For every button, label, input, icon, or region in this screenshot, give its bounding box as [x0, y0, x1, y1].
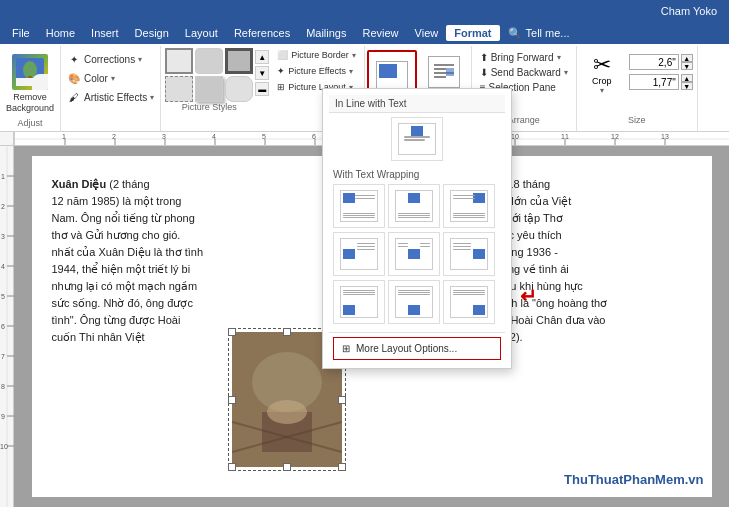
handle-bm[interactable]	[283, 463, 291, 471]
wrapping-row-2	[329, 232, 505, 280]
svg-rect-5	[434, 68, 446, 70]
height-down[interactable]: ▼	[681, 62, 693, 70]
position-dropdown-panel: In Line with Text With Text Wrapping	[322, 88, 512, 369]
artistic-effects-icon: 🖌	[67, 90, 81, 104]
svg-text:10: 10	[0, 443, 8, 450]
crop-label: Crop	[592, 76, 612, 86]
wrapping-row-1	[329, 184, 505, 232]
menu-mailings[interactable]: Mailings	[298, 25, 354, 41]
inline-section	[329, 113, 505, 165]
menu-design[interactable]: Design	[127, 25, 177, 41]
height-input[interactable]	[629, 54, 679, 70]
handle-mr[interactable]	[338, 396, 346, 404]
style-scroll-down[interactable]: ▼	[255, 66, 269, 80]
color-button[interactable]: 🎨 Color ▾	[63, 69, 158, 87]
remove-bg-label: RemoveBackground	[6, 92, 54, 114]
watermark: ThuThuatPhanMem.vn	[564, 470, 703, 490]
svg-text:7: 7	[1, 353, 5, 360]
menu-format[interactable]: Format	[446, 25, 499, 41]
remove-bg-icon	[12, 54, 48, 90]
picture-border-button[interactable]: ⬜ Picture Border ▾	[273, 48, 360, 62]
svg-text:3: 3	[1, 233, 5, 240]
svg-text:2: 2	[1, 203, 5, 210]
corrections-button[interactable]: ✦ Corrections ▾	[63, 50, 158, 68]
wrap-tc[interactable]	[388, 184, 440, 228]
size-inputs: ▲ ▼ ▲ ▼	[627, 50, 695, 94]
bring-forward-button[interactable]: ⬆ Bring Forward ▾	[476, 50, 572, 65]
menu-view[interactable]: View	[407, 25, 447, 41]
width-input-row: ▲ ▼	[629, 74, 693, 90]
svg-text:6: 6	[1, 323, 5, 330]
crop-button[interactable]: ✂ Crop ▾	[579, 50, 625, 99]
artistic-effects-button[interactable]: 🖌 Artistic Effects ▾	[63, 88, 158, 106]
wrap-bl[interactable]	[333, 280, 385, 324]
handle-br[interactable]	[338, 463, 346, 471]
wrap-bc-icon	[395, 286, 433, 318]
wrap-tl-icon	[340, 190, 378, 222]
style-swatch-1[interactable]	[165, 48, 193, 74]
menu-review[interactable]: Review	[355, 25, 407, 41]
svg-text:4: 4	[1, 263, 5, 270]
style-swatches	[165, 48, 253, 102]
width-spinner: ▲ ▼	[681, 74, 693, 90]
style-scroll-up[interactable]: ▲	[255, 50, 269, 64]
wrap-tl[interactable]	[333, 184, 385, 228]
wrapping-row-3	[329, 280, 505, 328]
wrap-mc[interactable]	[388, 232, 440, 276]
picture-effects-button[interactable]: ✦ Picture Effects ▾	[273, 64, 360, 78]
svg-rect-3	[16, 78, 44, 86]
color-label: Color	[84, 73, 108, 84]
menu-layout[interactable]: Layout	[177, 25, 226, 41]
handle-tm[interactable]	[283, 328, 291, 336]
svg-text:9: 9	[1, 413, 5, 420]
svg-rect-4	[434, 64, 454, 66]
style-swatch-2[interactable]	[195, 48, 223, 74]
send-backward-button[interactable]: ⬇ Send Backward ▾	[476, 65, 572, 80]
wrap-tr[interactable]	[443, 184, 495, 228]
handle-ml[interactable]	[228, 396, 236, 404]
style-swatch-5[interactable]	[195, 76, 223, 102]
wrap-br[interactable]	[443, 280, 495, 324]
arrow-indicator: ↵	[520, 284, 537, 308]
wrap-ml[interactable]	[333, 232, 385, 276]
width-down[interactable]: ▼	[681, 82, 693, 90]
svg-text:1: 1	[62, 133, 66, 140]
inline-center-icon	[398, 123, 436, 155]
style-swatch-3[interactable]	[225, 48, 253, 74]
layout-icon: ⊞	[342, 343, 350, 354]
wrap-mr[interactable]	[443, 232, 495, 276]
crop-icon: ✂	[593, 54, 611, 76]
picture-effects-icon: ✦	[277, 66, 285, 76]
wrap-tc-icon	[395, 190, 433, 222]
menu-file[interactable]: File	[4, 25, 38, 41]
xuanDieu-name: Xuân Diệu	[52, 178, 107, 190]
menu-insert[interactable]: Insert	[83, 25, 127, 41]
width-input[interactable]	[629, 74, 679, 90]
handle-bl[interactable]	[228, 463, 236, 471]
left-text-column: Xuân Diệu (2 tháng 12 năm 1985) là một t…	[52, 176, 252, 346]
picture-layout-icon: ⊞	[277, 82, 285, 92]
svg-text:4: 4	[212, 133, 216, 140]
color-icon: 🎨	[67, 71, 81, 85]
inline-center-item[interactable]	[391, 117, 443, 161]
style-swatch-4[interactable]	[165, 76, 193, 102]
picture-border-icon: ⬜	[277, 50, 288, 60]
wrap-bl-icon	[340, 286, 378, 318]
width-up[interactable]: ▲	[681, 74, 693, 82]
height-up[interactable]: ▲	[681, 54, 693, 62]
send-backward-icon: ⬇	[480, 67, 488, 78]
more-layout-button[interactable]: ⊞ More Layout Options...	[333, 337, 501, 360]
tell-me-label: Tell me...	[526, 27, 570, 39]
menu-bar: File Home Insert Design Layout Reference…	[0, 22, 729, 44]
artistic-effects-label: Artistic Effects	[84, 92, 147, 103]
menu-references[interactable]: References	[226, 25, 298, 41]
menu-home[interactable]: Home	[38, 25, 83, 41]
tell-me-input[interactable]: 🔍 Tell me...	[500, 25, 578, 42]
corrections-icon: ✦	[67, 52, 81, 66]
wrap-bc[interactable]	[388, 280, 440, 324]
style-swatch-6[interactable]	[225, 76, 253, 102]
remove-background-button[interactable]: RemoveBackground	[2, 50, 58, 118]
svg-text:5: 5	[1, 293, 5, 300]
style-expand[interactable]: ▬	[255, 82, 269, 96]
handle-tl[interactable]	[228, 328, 236, 336]
